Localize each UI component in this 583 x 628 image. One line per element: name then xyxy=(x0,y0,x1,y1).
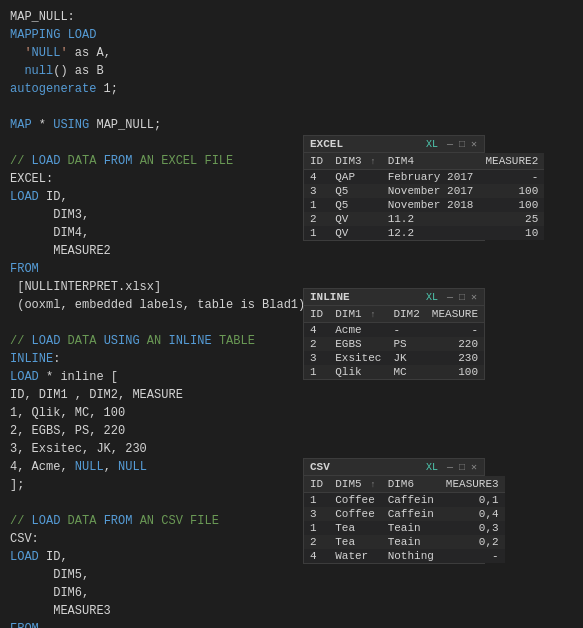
minimize-icon[interactable]: — xyxy=(446,292,454,303)
table-row: 1QlikMC100 xyxy=(304,365,484,379)
code-editor: MAP_NULL: MAPPING LOAD 'NULL' as A, null… xyxy=(0,0,305,628)
excel-table: EXCEL XL — □ ✕ ID DIM3 ↑ DIM4 MEASURE2 4… xyxy=(303,135,485,241)
table-row: 4QAPFebruary 2017- xyxy=(304,170,544,185)
csv-table-title: CSV xyxy=(310,461,330,473)
excel-data-table: ID DIM3 ↑ DIM4 MEASURE2 4QAPFebruary 201… xyxy=(304,153,544,240)
xl-label: XL xyxy=(426,139,438,150)
xl-label: XL xyxy=(426,292,438,303)
table-row: 3CoffeeCaffein0,4 xyxy=(304,507,505,521)
col-dim5: DIM5 ↑ xyxy=(329,476,381,493)
maximize-icon[interactable]: □ xyxy=(458,292,466,303)
maximize-icon[interactable]: □ xyxy=(458,462,466,473)
excel-table-controls[interactable]: XL — □ ✕ xyxy=(426,138,478,150)
csv-header-row: ID DIM5 ↑ DIM6 MEASURE3 xyxy=(304,476,505,493)
csv-table-titlebar: CSV XL — □ ✕ xyxy=(304,459,484,476)
table-row: 2EGBSPS220 xyxy=(304,337,484,351)
col-dim3: DIM3 ↑ xyxy=(329,153,381,170)
col-measure: MEASURE xyxy=(426,306,484,323)
col-id: ID xyxy=(304,153,329,170)
inline-table-titlebar: INLINE XL — □ ✕ xyxy=(304,289,484,306)
table-row: 1QV12.210 xyxy=(304,226,544,240)
minimize-icon[interactable]: — xyxy=(446,462,454,473)
minimize-icon[interactable]: — xyxy=(446,139,454,150)
table-row: 1Q5November 2018100 xyxy=(304,198,544,212)
inline-header-row: ID DIM1 ↑ DIM2 MEASURE xyxy=(304,306,484,323)
table-row: 2QV11.225 xyxy=(304,212,544,226)
col-dim1: DIM1 ↑ xyxy=(329,306,387,323)
close-icon[interactable]: ✕ xyxy=(470,138,478,150)
table-row: 1CoffeeCaffein0,1 xyxy=(304,493,505,508)
close-icon[interactable]: ✕ xyxy=(470,461,478,473)
excel-header-row: ID DIM3 ↑ DIM4 MEASURE2 xyxy=(304,153,544,170)
inline-table: INLINE XL — □ ✕ ID DIM1 ↑ DIM2 MEASURE 4… xyxy=(303,288,485,380)
table-row: 1TeaTeain0,3 xyxy=(304,521,505,535)
col-measure2: MEASURE2 xyxy=(479,153,544,170)
col-dim6: DIM6 xyxy=(382,476,440,493)
csv-table: CSV XL — □ ✕ ID DIM5 ↑ DIM6 MEASURE3 1Co… xyxy=(303,458,485,564)
excel-table-title: EXCEL xyxy=(310,138,343,150)
xl-label: XL xyxy=(426,462,438,473)
table-row: 4Acme-- xyxy=(304,323,484,338)
table-row: 2TeaTeain0,2 xyxy=(304,535,505,549)
maximize-icon[interactable]: □ xyxy=(458,139,466,150)
col-id: ID xyxy=(304,476,329,493)
col-dim2: DIM2 xyxy=(387,306,425,323)
excel-table-titlebar: EXCEL XL — □ ✕ xyxy=(304,136,484,153)
inline-data-table: ID DIM1 ↑ DIM2 MEASURE 4Acme--2EGBSPS220… xyxy=(304,306,484,379)
inline-table-controls[interactable]: XL — □ ✕ xyxy=(426,291,478,303)
csv-data-table: ID DIM5 ↑ DIM6 MEASURE3 1CoffeeCaffein0,… xyxy=(304,476,505,563)
table-row: 3Q5November 2017100 xyxy=(304,184,544,198)
col-id: ID xyxy=(304,306,329,323)
inline-table-title: INLINE xyxy=(310,291,350,303)
csv-table-controls[interactable]: XL — □ ✕ xyxy=(426,461,478,473)
table-row: 3ExsitecJK230 xyxy=(304,351,484,365)
col-dim4: DIM4 xyxy=(382,153,480,170)
close-icon[interactable]: ✕ xyxy=(470,291,478,303)
table-row: 4WaterNothing- xyxy=(304,549,505,563)
col-measure3: MEASURE3 xyxy=(440,476,505,493)
